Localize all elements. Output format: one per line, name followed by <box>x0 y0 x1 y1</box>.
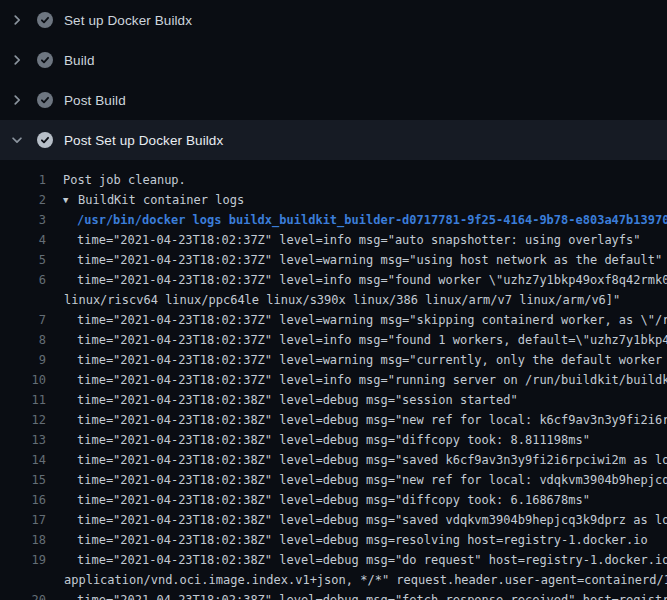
line-number[interactable]: 15 <box>0 470 46 490</box>
log-text: time="2021-04-23T18:02:38Z" level=debug … <box>77 470 667 490</box>
log-text: time="2021-04-23T18:02:37Z" level=info m… <box>77 370 667 390</box>
line-number[interactable]: 3 <box>0 210 46 230</box>
line-number[interactable]: 14 <box>0 450 46 470</box>
log-row: 16 time="2021-04-23T18:02:38Z" level=deb… <box>0 490 667 510</box>
step-label: Post Set up Docker Buildx <box>64 133 223 148</box>
log-row: 15 time="2021-04-23T18:02:38Z" level=deb… <box>0 470 667 490</box>
actions-log-viewer: Set up Docker Buildx Build Post Buil <box>0 0 667 600</box>
line-number[interactable]: 12 <box>0 410 46 430</box>
line-number[interactable]: 17 <box>0 510 46 530</box>
log-row: 18 time="2021-04-23T18:02:38Z" level=deb… <box>0 530 667 550</box>
line-number[interactable]: 6 <box>0 270 46 290</box>
log-text: time="2021-04-23T18:02:38Z" level=debug … <box>77 510 667 530</box>
log-row: 11 time="2021-04-23T18:02:38Z" level=deb… <box>0 390 667 410</box>
log-area: 1 Post job cleanup. 2 ▼ BuildKit contain… <box>0 160 667 600</box>
log-text: time="2021-04-23T18:02:38Z" level=debug … <box>77 390 518 410</box>
line-number[interactable]: 10 <box>0 370 46 390</box>
log-text: time="2021-04-23T18:02:37Z" level=warnin… <box>77 350 667 370</box>
log-text: application/vnd.oci.image.index.v1+json,… <box>64 570 667 590</box>
log-row: 3 /usr/bin/docker logs buildx_buildkit_b… <box>0 210 667 230</box>
check-circle-icon <box>37 52 53 68</box>
log-row: 14 time="2021-04-23T18:02:38Z" level=deb… <box>0 450 667 470</box>
log-text: /usr/bin/docker logs buildx_buildkit_bui… <box>77 210 667 230</box>
step-row[interactable]: Set up Docker Buildx <box>0 0 667 40</box>
log-text: time="2021-04-23T18:02:37Z" level=info m… <box>77 270 667 290</box>
chevron-right-icon[interactable] <box>10 92 24 108</box>
log-row: application/vnd.oci.image.index.v1+json,… <box>0 570 667 590</box>
line-number[interactable]: 11 <box>0 390 46 410</box>
log-text: linux/riscv64 linux/ppc64le linux/s390x … <box>64 290 620 310</box>
log-text: time="2021-04-23T18:02:38Z" level=debug … <box>77 590 667 600</box>
log-row: 7 time="2021-04-23T18:02:37Z" level=warn… <box>0 310 667 330</box>
log-text: time="2021-04-23T18:02:37Z" level=info m… <box>77 230 641 250</box>
line-number[interactable] <box>0 570 46 590</box>
log-text: Post job cleanup. <box>63 170 186 190</box>
line-number[interactable]: 1 <box>0 170 46 190</box>
group-collapse-icon[interactable]: ▼ <box>63 190 78 210</box>
log-row: 10 time="2021-04-23T18:02:37Z" level=inf… <box>0 370 667 390</box>
log-row: 12 time="2021-04-23T18:02:38Z" level=deb… <box>0 410 667 430</box>
line-number[interactable]: 20 <box>0 590 46 600</box>
log-text: time="2021-04-23T18:02:38Z" level=debug … <box>77 490 590 510</box>
log-row: 2 ▼ BuildKit container logs <box>0 190 667 210</box>
chevron-down-icon[interactable] <box>10 132 24 148</box>
log-text: time="2021-04-23T18:02:38Z" level=debug … <box>77 410 667 430</box>
line-number[interactable]: 9 <box>0 350 46 370</box>
log-row: 17 time="2021-04-23T18:02:38Z" level=deb… <box>0 510 667 530</box>
step-row[interactable]: Build <box>0 40 667 80</box>
log-text: time="2021-04-23T18:02:38Z" level=debug … <box>77 530 648 550</box>
check-circle-icon <box>37 92 53 108</box>
log-row: 20 time="2021-04-23T18:02:38Z" level=deb… <box>0 590 667 600</box>
log-text: time="2021-04-23T18:02:37Z" level=info m… <box>77 330 667 350</box>
log-text: time="2021-04-23T18:02:37Z" level=warnin… <box>77 310 667 330</box>
line-number[interactable]: 16 <box>0 490 46 510</box>
line-number[interactable]: 19 <box>0 550 46 570</box>
log-row: 4 time="2021-04-23T18:02:37Z" level=info… <box>0 230 667 250</box>
log-text: time="2021-04-23T18:02:38Z" level=debug … <box>77 430 590 450</box>
log-row: 13 time="2021-04-23T18:02:38Z" level=deb… <box>0 430 667 450</box>
log-text: time="2021-04-23T18:02:38Z" level=debug … <box>77 550 667 570</box>
log-row: 1 Post job cleanup. <box>0 170 667 190</box>
log-row: 8 time="2021-04-23T18:02:37Z" level=info… <box>0 330 667 350</box>
chevron-right-icon[interactable] <box>10 12 24 28</box>
line-number[interactable] <box>0 290 46 310</box>
log-row: 19 time="2021-04-23T18:02:38Z" level=deb… <box>0 550 667 570</box>
step-row[interactable]: Post Build <box>0 80 667 120</box>
check-circle-icon <box>37 12 53 28</box>
log-row: linux/riscv64 linux/ppc64le linux/s390x … <box>0 290 667 310</box>
log-text: time="2021-04-23T18:02:38Z" level=debug … <box>77 450 667 470</box>
log-row: 5 time="2021-04-23T18:02:37Z" level=warn… <box>0 250 667 270</box>
line-number[interactable]: 18 <box>0 530 46 550</box>
step-label: Build <box>64 53 95 68</box>
line-number[interactable]: 5 <box>0 250 46 270</box>
line-number[interactable]: 2 <box>0 190 46 210</box>
chevron-right-icon[interactable] <box>10 52 24 68</box>
step-label: Set up Docker Buildx <box>64 13 192 28</box>
line-number[interactable]: 7 <box>0 310 46 330</box>
check-circle-icon <box>37 132 53 148</box>
log-text: time="2021-04-23T18:02:37Z" level=warnin… <box>77 250 662 270</box>
line-number[interactable]: 4 <box>0 230 46 250</box>
step-label: Post Build <box>64 93 126 108</box>
log-row: 9 time="2021-04-23T18:02:37Z" level=warn… <box>0 350 667 370</box>
line-number[interactable]: 13 <box>0 430 46 450</box>
steps-list: Set up Docker Buildx Build Post Buil <box>0 0 667 160</box>
step-row[interactable]: Post Set up Docker Buildx <box>0 120 667 160</box>
log-row: 6 time="2021-04-23T18:02:37Z" level=info… <box>0 270 667 290</box>
line-number[interactable]: 8 <box>0 330 46 350</box>
log-text[interactable]: BuildKit container logs <box>78 190 244 210</box>
